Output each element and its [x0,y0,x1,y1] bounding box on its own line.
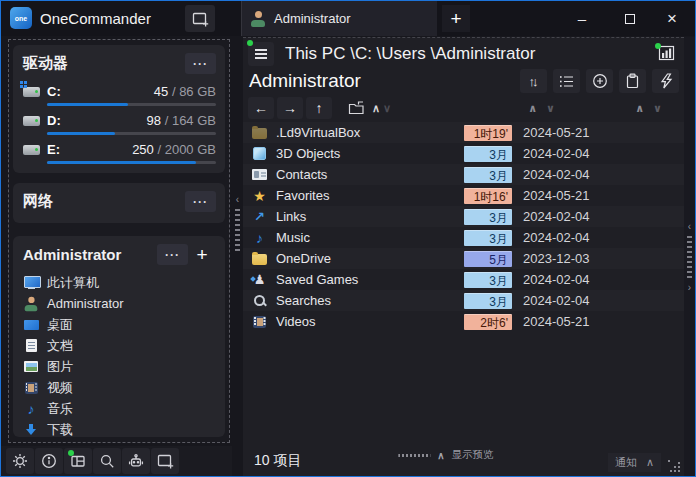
sidebar-item-label: Administrator [47,296,124,311]
settings-button[interactable] [6,448,34,474]
new-pane-button[interactable] [151,448,179,474]
forward-button[interactable]: → [277,97,303,119]
actions-button[interactable] [652,69,679,93]
automation-button[interactable] [122,448,150,474]
maximize-button[interactable] [607,1,653,36]
user-menu-button[interactable]: ··· [157,244,188,265]
new-window-icon [192,11,209,27]
open-folder-button[interactable] [343,97,369,119]
date-column-sort[interactable]: ∧∨ [635,102,662,115]
chevron-right-icon: › [688,282,691,293]
drive-space-button[interactable] [657,45,677,62]
file-row[interactable]: ♪Music3月2024-02-04 [243,227,684,248]
sidebar-item-downloads[interactable]: 下载 [23,419,216,437]
sidebar-item-desktop[interactable]: 桌面 [23,314,216,335]
file-date: 2024-02-04 [523,272,590,287]
app-title: OneCommander [40,10,151,27]
sidebar-toolbar [1,446,232,476]
sidebar-item-user[interactable]: Administrator [23,293,216,314]
green-status-dot [68,450,74,456]
network-menu-button[interactable]: ··· [185,191,216,212]
new-window-button[interactable] [185,5,215,32]
sidebar-item-pictures[interactable]: 图片 [23,356,216,377]
sort-button[interactable]: ↑↓ [520,69,547,93]
file-row[interactable]: ★Favorites1时16'2024-05-21 [243,185,684,206]
user-section: Administrator ··· + 此计算机Administrator桌面文… [13,236,225,437]
sidebar-item-music[interactable]: ♪音乐 [23,398,216,419]
info-button[interactable] [35,448,63,474]
file-row[interactable]: Contacts3月2024-02-04 [243,164,684,185]
back-button[interactable]: ← [248,97,274,119]
view-mode-button[interactable] [553,69,580,93]
age-column-sort[interactable]: ∧∨ [528,102,555,115]
up-button[interactable]: ↑ [306,97,332,119]
search-button[interactable] [93,448,121,474]
notifications-label: 通知 [615,455,637,470]
sidebar-item-documents[interactable]: 文档 [23,335,216,356]
close-button[interactable]: × [649,1,695,36]
sort-asc-icon: ∧ [528,102,537,115]
file-date: 2024-05-21 [523,125,590,140]
videos-icon [23,382,39,394]
sort-asc-icon: ∧ [635,102,644,115]
pictures-icon [23,361,39,372]
sidebar: 驱动器 ··· C:45 / 86 GBD:98 / 164 GBE:250 /… [8,39,230,443]
user-tree: 此计算机Administrator桌面文档图片视频♪音乐下载 [23,272,216,437]
drive-usage: 250 / 2000 GB [132,142,216,157]
pane-splitter-left[interactable]: ‹ [232,37,243,407]
file-row[interactable]: 3D Objects3月2024-02-04 [243,143,684,164]
title-bar[interactable]: one OneCommander Administrator + – × [1,1,695,36]
notifications-button[interactable]: 通知 ∧ [608,453,661,472]
arrow-up-icon: ↑ [316,100,323,116]
drive-row-E[interactable]: E:250 / 2000 GB [23,142,216,164]
sidebar-item-videos[interactable]: 视频 [23,377,216,398]
collapse-all-button[interactable]: ∧ [372,102,380,115]
show-preview-toggle[interactable]: ∧ 显示预览 [398,448,493,462]
documents-icon [23,339,39,352]
drive-icon [23,116,40,126]
file-date: 2024-02-04 [523,230,590,245]
resize-grip[interactable] [668,460,681,473]
expand-all-button[interactable]: ∨ [383,102,391,115]
file-row[interactable]: Searches3月2024-02-04 [243,290,684,311]
file-row[interactable]: ♟Saved Games3月2024-02-04 [243,269,684,290]
age-badge: 3月 [464,167,512,183]
paste-button[interactable] [619,69,646,93]
layout-button[interactable] [64,448,92,474]
maximize-icon [625,14,635,24]
pane-splitter-right[interactable]: ‹ › [684,37,695,476]
sidebar-item-label: 图片 [47,358,73,376]
drive-row-C[interactable]: C:45 / 86 GB [23,84,216,106]
minimize-button[interactable]: – [559,1,605,36]
file-row[interactable]: OneDrive5月2023-12-03 [243,248,684,269]
drive-row-D[interactable]: D:98 / 164 GB [23,113,216,135]
arrow-right-icon: → [283,100,297,116]
clipboard-icon [625,73,640,89]
panel-menu-button[interactable] [248,42,274,66]
file-row[interactable]: Videos2时6'2024-05-21 [243,311,684,332]
app-logo-icon: one [10,7,32,29]
saved-games-icon: ♟ [251,273,268,286]
desktop-icon [23,320,39,330]
tab-administrator[interactable]: Administrator [241,1,437,36]
list-view-icon [559,75,574,88]
chevron-left-icon: ‹ [236,194,239,205]
add-favorite-button[interactable]: + [188,243,216,267]
drive-usage-bar [47,132,216,135]
file-date: 2024-02-04 [523,293,590,308]
chevron-left-icon: ‹ [688,221,691,232]
file-row[interactable]: ↗Links3月2024-02-04 [243,206,684,227]
drive-usage-bar [47,161,216,164]
panel-title: Administrator [249,70,361,92]
file-list: .Ld9VirtualBox1时19'2024-05-213D Objects3… [243,122,684,332]
file-row[interactable]: .Ld9VirtualBox1时19'2024-05-21 [243,122,684,143]
chevron-up-icon: ∧ [437,450,444,461]
drives-menu-button[interactable]: ··· [185,53,216,74]
drive-usage: 98 / 164 GB [147,113,216,128]
new-item-button[interactable] [586,69,613,93]
drive-letter: E: [47,142,60,157]
add-tab-button[interactable]: + [442,5,470,32]
sidebar-item-computer[interactable]: 此计算机 [23,272,216,293]
system-drive-badge-icon [20,81,23,84]
breadcrumb[interactable]: This PC \C: \Users \Administrator [285,44,535,64]
